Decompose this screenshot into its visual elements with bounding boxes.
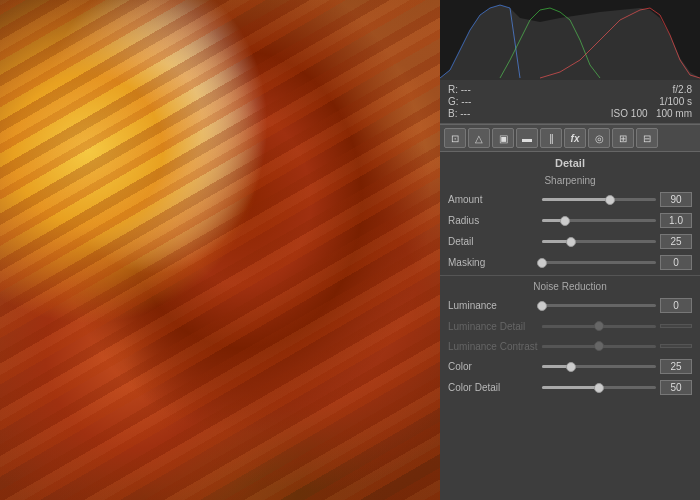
g-label: G: ---: [448, 96, 471, 107]
r-label: R: ---: [448, 84, 471, 95]
radius-row: Radius 1.0: [440, 210, 700, 231]
amount-label: Amount: [448, 194, 538, 205]
aperture-value: f/2.8: [673, 84, 692, 95]
sharpening-header: Sharpening: [440, 172, 700, 189]
masking-label: Masking: [448, 257, 538, 268]
history-btn[interactable]: ⊟: [636, 128, 658, 148]
adjustment-brush-btn[interactable]: fx: [564, 128, 586, 148]
luminance-row: Luminance 0: [440, 295, 700, 316]
exposure-values: f/2.8 1/100 s ISO 100 100 mm: [611, 84, 692, 119]
color-row: Color 25: [440, 356, 700, 377]
luminance-contrast-label: Luminance Contrast: [448, 341, 538, 352]
luminance-label: Luminance: [448, 300, 538, 311]
luminance-detail-value: [660, 324, 692, 328]
luminance-detail-row: Luminance Detail: [440, 316, 700, 336]
detail-slider-container[interactable]: [542, 235, 656, 249]
noise-reduction-header: Noise Reduction: [440, 278, 700, 295]
detail-label: Detail: [448, 236, 538, 247]
color-slider-container[interactable]: [542, 360, 656, 374]
color-detail-label: Color Detail: [448, 382, 538, 393]
luminance-contrast-row: Luminance Contrast: [440, 336, 700, 356]
rgb-values: R: --- G: --- B: ---: [448, 84, 471, 119]
masking-value[interactable]: 0: [660, 255, 692, 270]
amount-slider-container[interactable]: [542, 193, 656, 207]
masking-slider-container[interactable]: [542, 256, 656, 270]
histogram-area: [440, 0, 700, 80]
amount-row: Amount 90: [440, 189, 700, 210]
luminance-contrast-value: [660, 344, 692, 348]
divider-1: [440, 275, 700, 276]
crop-tool-btn[interactable]: ⊡: [444, 128, 466, 148]
detail-value[interactable]: 25: [660, 234, 692, 249]
red-eye-btn[interactable]: ▣: [492, 128, 514, 148]
radius-value[interactable]: 1.0: [660, 213, 692, 228]
detail-section-header: Detail: [440, 152, 700, 172]
graduated-filter-btn[interactable]: ▬: [516, 128, 538, 148]
masking-row: Masking 0: [440, 252, 700, 273]
presets-btn[interactable]: ⊞: [612, 128, 634, 148]
panel-content: Detail Sharpening Amount 90 Radius: [440, 152, 700, 500]
radial-filter-btn[interactable]: ‖: [540, 128, 562, 148]
color-detail-value[interactable]: 50: [660, 380, 692, 395]
b-label: B: ---: [448, 108, 471, 119]
color-detail-row: Color Detail 50: [440, 377, 700, 398]
spot-removal-btn[interactable]: △: [468, 128, 490, 148]
toolbar: ⊡ △ ▣ ▬ ‖ fx ◎ ⊞ ⊟: [440, 124, 700, 152]
food-image: [0, 0, 440, 500]
luminance-value[interactable]: 0: [660, 298, 692, 313]
luminance-detail-slider-container: [542, 319, 656, 333]
luminance-detail-label: Luminance Detail: [448, 321, 538, 332]
right-panel: R: --- G: --- B: --- f/2.8 1/100 s ISO 1…: [440, 0, 700, 500]
luminance-slider-container[interactable]: [542, 299, 656, 313]
detail-slider-row: Detail 25: [440, 231, 700, 252]
color-detail-slider-container[interactable]: [542, 381, 656, 395]
histogram-chart: [440, 0, 700, 80]
radius-label: Radius: [448, 215, 538, 226]
camera-info-bar: R: --- G: --- B: --- f/2.8 1/100 s ISO 1…: [440, 80, 700, 124]
iso-focal-value: ISO 100 100 mm: [611, 108, 692, 119]
camera-calibration-btn[interactable]: ◎: [588, 128, 610, 148]
shutter-value: 1/100 s: [659, 96, 692, 107]
color-value[interactable]: 25: [660, 359, 692, 374]
image-panel: [0, 0, 440, 500]
amount-value[interactable]: 90: [660, 192, 692, 207]
radius-slider-container[interactable]: [542, 214, 656, 228]
luminance-contrast-slider-container: [542, 339, 656, 353]
color-label: Color: [448, 361, 538, 372]
